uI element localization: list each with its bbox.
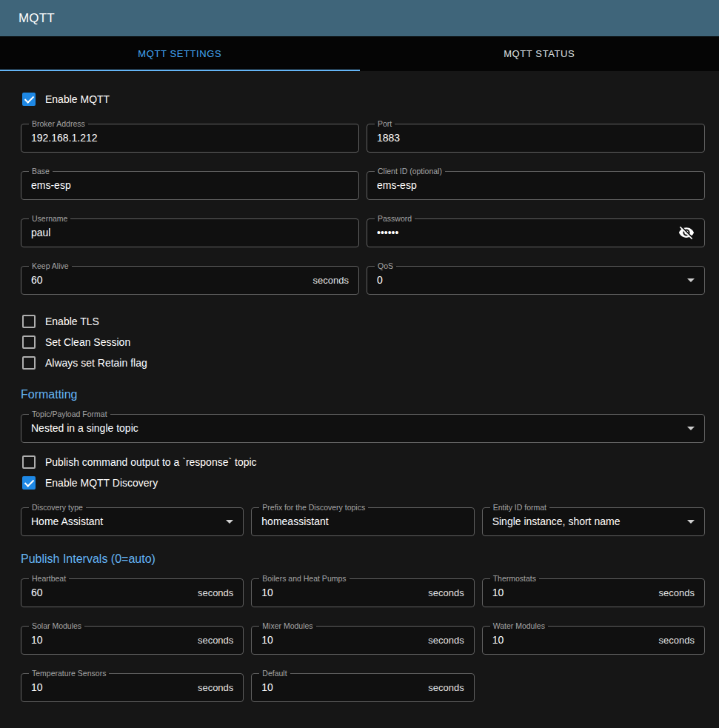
settings-form: Enable MQTT Broker Address 192.168.1.212… bbox=[0, 71, 719, 712]
boilers-interval-field[interactable]: Boilers and Heat Pumps 10 seconds bbox=[251, 578, 474, 607]
visibility-off-icon[interactable] bbox=[678, 224, 695, 241]
unit-label: seconds bbox=[198, 587, 233, 598]
client-id-field[interactable]: Client ID (optional) ems-esp bbox=[367, 170, 705, 200]
field-value: 10 bbox=[31, 681, 43, 693]
username-field[interactable]: Username paul bbox=[21, 218, 359, 247]
field-value: 192.168.1.212 bbox=[31, 132, 98, 144]
checkbox-icon[interactable] bbox=[22, 476, 36, 490]
dropdown-arrow-icon[interactable] bbox=[687, 278, 695, 282]
water-interval-field[interactable]: Water Modules 10 seconds bbox=[482, 625, 705, 655]
enable-discovery-checkbox[interactable]: Enable MQTT Discovery bbox=[21, 474, 705, 492]
entity-id-format-select[interactable]: Entity ID format Single instance, short … bbox=[482, 507, 705, 536]
app-header: MQTT bbox=[0, 0, 719, 36]
heartbeat-interval-field[interactable]: Heartbeat 60 seconds bbox=[21, 578, 244, 607]
unit-label: seconds bbox=[659, 635, 695, 646]
field-value: 60 bbox=[31, 274, 43, 286]
field-outline: Username bbox=[21, 214, 359, 247]
field-outline: Client ID (optional) bbox=[367, 167, 705, 200]
field-label: Username bbox=[29, 214, 70, 223]
password-field[interactable]: Password •••••• bbox=[367, 218, 705, 247]
field-value: 60 bbox=[31, 587, 43, 598]
field-label: Topic/Payload Format bbox=[29, 410, 110, 418]
field-label: Temperature Sensors bbox=[29, 669, 109, 678]
enable-mqtt-checkbox[interactable]: Enable MQTT bbox=[21, 90, 705, 108]
checkbox-label: Publish command output to a `response` t… bbox=[45, 456, 257, 468]
field-value: paul bbox=[31, 227, 50, 238]
field-label: Thermostats bbox=[490, 574, 539, 583]
field-label: Solar Modules bbox=[29, 621, 84, 630]
field-outline: Base bbox=[21, 167, 359, 200]
checkbox-icon[interactable] bbox=[22, 93, 36, 106]
default-interval-field[interactable]: Default 10 seconds bbox=[251, 672, 474, 702]
thermostats-interval-field[interactable]: Thermostats 10 seconds bbox=[482, 578, 705, 607]
qos-select[interactable]: QoS 0 bbox=[367, 265, 705, 295]
field-value: homeassistant bbox=[261, 515, 328, 527]
publish-response-checkbox[interactable]: Publish command output to a `response` t… bbox=[21, 453, 705, 471]
field-value: 10 bbox=[261, 587, 273, 598]
retain-flag-checkbox[interactable]: Always set Retain flag bbox=[21, 354, 705, 372]
field-label: Entity ID format bbox=[490, 503, 549, 512]
dropdown-arrow-icon[interactable] bbox=[226, 520, 233, 524]
tab-mqtt-settings[interactable]: MQTT SETTINGS bbox=[0, 36, 360, 71]
checkbox-icon[interactable] bbox=[22, 315, 36, 328]
checkbox-label: Enable MQTT Discovery bbox=[45, 477, 158, 489]
base-field[interactable]: Base ems-esp bbox=[21, 170, 359, 200]
tab-label: MQTT SETTINGS bbox=[138, 48, 221, 59]
checkbox-icon[interactable] bbox=[22, 356, 36, 370]
unit-label: seconds bbox=[198, 635, 233, 646]
field-label: Heartbeat bbox=[29, 574, 69, 583]
page-title: MQTT bbox=[19, 11, 55, 26]
clean-session-checkbox[interactable]: Set Clean Session bbox=[21, 333, 705, 351]
broker-address-field[interactable]: Broker Address 192.168.1.212 bbox=[21, 123, 359, 153]
publish-intervals-heading: Publish Intervals (0=auto) bbox=[21, 552, 705, 566]
checkbox-label: Set Clean Session bbox=[45, 336, 130, 348]
enable-tls-checkbox[interactable]: Enable TLS bbox=[21, 313, 705, 330]
discovery-prefix-field[interactable]: Prefix for the Discovery topics homeassi… bbox=[251, 507, 474, 536]
field-outline: QoS bbox=[367, 261, 705, 295]
unit-label: seconds bbox=[659, 587, 695, 598]
field-outline: Password bbox=[367, 214, 705, 247]
checkbox-icon[interactable] bbox=[22, 335, 36, 349]
tab-bar: MQTT SETTINGS MQTT STATUS bbox=[0, 36, 719, 71]
checkbox-icon[interactable] bbox=[22, 455, 36, 469]
field-value: 10 bbox=[261, 634, 273, 646]
field-label: Boilers and Heat Pumps bbox=[259, 574, 349, 583]
field-label: Discovery type bbox=[29, 503, 86, 512]
field-value: 10 bbox=[261, 681, 273, 693]
mixer-interval-field[interactable]: Mixer Modules 10 seconds bbox=[251, 625, 474, 655]
field-label: Default bbox=[259, 669, 290, 678]
field-value: Nested in a single topic bbox=[31, 422, 138, 434]
field-value: ems-esp bbox=[31, 179, 71, 191]
checkbox-label: Always set Retain flag bbox=[45, 357, 147, 369]
field-value: 10 bbox=[31, 634, 43, 646]
field-value: 10 bbox=[492, 634, 504, 646]
field-label: Mixer Modules bbox=[259, 621, 315, 630]
tab-label: MQTT STATUS bbox=[504, 48, 575, 59]
formatting-heading: Formatting bbox=[21, 388, 705, 401]
field-value: Single instance, short name bbox=[492, 515, 621, 527]
unit-label: seconds bbox=[428, 635, 464, 646]
unit-label: seconds bbox=[198, 682, 233, 693]
field-label: Client ID (optional) bbox=[375, 167, 445, 176]
field-label: Password bbox=[375, 214, 415, 223]
dropdown-arrow-icon[interactable] bbox=[687, 520, 695, 524]
unit-label: seconds bbox=[428, 587, 464, 598]
dropdown-arrow-icon[interactable] bbox=[687, 427, 695, 430]
discovery-type-select[interactable]: Discovery type Home Assistant bbox=[21, 507, 244, 536]
field-label: Water Modules bbox=[490, 621, 548, 630]
keep-alive-field[interactable]: Keep Alive 60 seconds bbox=[21, 265, 359, 295]
tab-mqtt-status[interactable]: MQTT STATUS bbox=[360, 36, 719, 71]
temperature-sensors-interval-field[interactable]: Temperature Sensors 10 seconds bbox=[21, 672, 244, 702]
port-field[interactable]: Port 1883 bbox=[367, 123, 705, 153]
field-label: Prefix for the Discovery topics bbox=[259, 503, 368, 512]
field-value: 10 bbox=[492, 587, 504, 598]
field-outline: Port bbox=[367, 119, 705, 153]
field-label: Keep Alive bbox=[29, 261, 72, 270]
solar-interval-field[interactable]: Solar Modules 10 seconds bbox=[21, 625, 244, 655]
checkbox-label: Enable MQTT bbox=[45, 93, 110, 105]
topic-format-select[interactable]: Topic/Payload Format Nested in a single … bbox=[21, 413, 705, 443]
field-value: Home Assistant bbox=[31, 515, 103, 527]
unit-label: seconds bbox=[428, 682, 464, 693]
field-value: 1883 bbox=[377, 132, 400, 144]
field-label: Base bbox=[29, 167, 53, 176]
